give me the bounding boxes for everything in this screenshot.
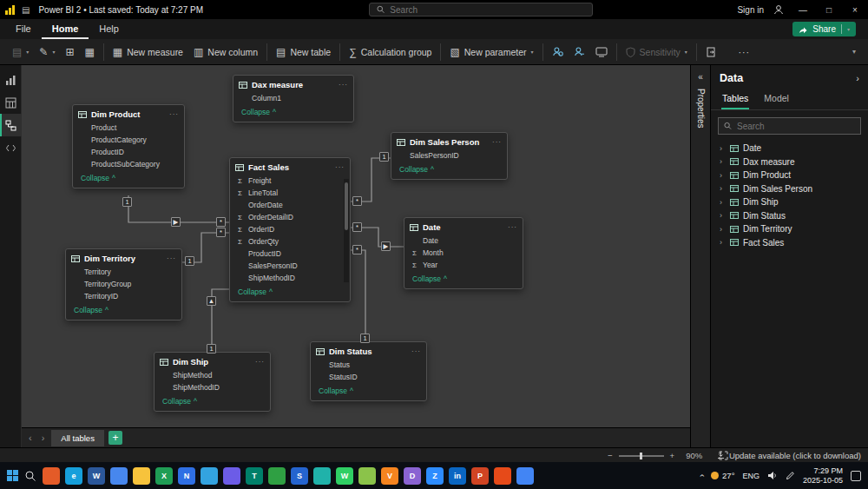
weather-widget[interactable]: 27° — [711, 471, 734, 480]
zoom-level[interactable]: 90% — [686, 451, 702, 460]
new-table-button[interactable]: ▤ New table — [271, 43, 336, 61]
add-layout-button[interactable]: + — [108, 431, 122, 445]
taskbar-app-icon[interactable]: W — [88, 467, 105, 485]
expand-chevron-icon[interactable]: › — [720, 238, 726, 247]
view-as-roles-button[interactable] — [569, 43, 590, 61]
global-search-box[interactable] — [369, 3, 593, 17]
table-field-row[interactable]: OrderDate — [230, 199, 350, 211]
table-field-row[interactable]: ΣYear — [404, 259, 523, 271]
taskbar-app-icon[interactable] — [223, 467, 240, 485]
language-indicator[interactable]: ENG — [742, 472, 760, 480]
taskbar-app-icon[interactable]: S — [291, 467, 308, 485]
model-table-fact-sales[interactable]: Fact Sales ··· ΣFreightΣLineTotalOrderDa… — [229, 157, 351, 302]
zoom-out-button[interactable]: − — [608, 451, 613, 460]
table-view-button[interactable] — [0, 91, 22, 114]
new-measure-button[interactable]: ▦ New measure — [108, 43, 188, 61]
more-options-icon[interactable]: ··· — [169, 110, 179, 118]
new-column-button[interactable]: ▥ New column — [188, 43, 263, 61]
model-table-dim-product[interactable]: Dim Product ··· ProductProductCategoryPr… — [72, 104, 185, 188]
model-table-dim-status[interactable]: Dim Status ··· StatusStatusID Collapse^ — [310, 341, 427, 401]
more-options-icon[interactable]: ··· — [339, 81, 348, 89]
taskbar-app-icon[interactable] — [358, 467, 376, 485]
share-dropdown-caret[interactable]: ▾ — [847, 26, 850, 32]
data-tree-item[interactable]: ›Date — [711, 142, 868, 155]
taskbar-app-icon[interactable]: N — [178, 467, 195, 485]
expand-chevron-icon[interactable]: › — [720, 157, 726, 166]
taskbar-app-icon[interactable] — [133, 467, 150, 485]
model-table-date[interactable]: Date ··· DateΣMonthΣYear Collapse^ — [404, 217, 523, 289]
global-search-input[interactable] — [390, 5, 585, 15]
collapse-link[interactable]: Collapse^ — [311, 383, 426, 400]
taskbar-app-icon[interactable]: W — [336, 467, 353, 485]
maximize-button[interactable]: □ — [816, 0, 842, 19]
table-field-row[interactable]: ShipMethodID — [230, 272, 350, 284]
data-tree-item[interactable]: ›Dax measure — [711, 155, 868, 169]
collapse-link[interactable]: Collapse^ — [73, 170, 184, 188]
paste-button[interactable]: ▤ ▾ — [7, 43, 34, 61]
tabs-back-arrow[interactable]: ‹ — [26, 433, 35, 443]
account-icon[interactable] — [773, 3, 785, 16]
menu-help[interactable]: Help — [89, 19, 129, 39]
more-options-icon[interactable]: ··· — [508, 223, 517, 231]
expand-chevron-icon[interactable]: › — [720, 211, 726, 220]
collapse-link[interactable]: Collapse^ — [66, 302, 181, 320]
pen-icon[interactable] — [786, 471, 795, 480]
table-field-row[interactable]: ΣOrderQty — [230, 235, 350, 248]
more-options-icon[interactable]: ··· — [167, 254, 176, 262]
data-search-box[interactable] — [718, 117, 861, 135]
data-tree-item[interactable]: ›Dim Ship — [711, 195, 868, 209]
table-scrollbar[interactable] — [344, 179, 349, 282]
model-table-dim-territory[interactable]: Dim Territory ··· TerritoryTerritoryGrou… — [65, 248, 182, 320]
table-field-row[interactable]: TerritoryGroup — [66, 278, 181, 290]
tab-tables[interactable]: Tables — [721, 89, 749, 109]
table-field-row[interactable]: Status — [311, 359, 426, 371]
taskbar-app-icon[interactable] — [201, 467, 218, 485]
expand-chevron-icon[interactable]: › — [720, 144, 726, 153]
zoom-in-button[interactable]: + — [670, 451, 675, 460]
table-field-row[interactable]: Territory — [66, 266, 181, 278]
clock-widget[interactable]: 7:29 PM 2025-10-05 — [803, 466, 843, 486]
data-tree-item[interactable]: ›Dim Product — [711, 169, 868, 182]
table-field-row[interactable]: ΣMonth — [404, 247, 523, 259]
more-options-icon[interactable]: ··· — [492, 138, 502, 146]
format-painter-button[interactable]: ✎ ▾ — [34, 43, 60, 61]
close-button[interactable]: × — [842, 0, 868, 19]
new-parameter-button[interactable]: ▧ New parameter ▾ — [444, 43, 538, 61]
taskbar-search-icon[interactable] — [24, 470, 36, 482]
start-button[interactable] — [7, 470, 18, 481]
expand-panel-icon[interactable]: « — [698, 72, 703, 82]
tray-expand-icon[interactable]: › — [697, 474, 707, 477]
menu-file[interactable]: File — [5, 19, 42, 39]
transform-data-button[interactable]: ⊞ — [60, 43, 79, 61]
table-field-row[interactable]: SalesPersonID — [230, 260, 350, 272]
model-diagram-canvas[interactable]: 1▶*1**1*▶*1▲1 Dim Product ··· ProductPro… — [22, 65, 690, 427]
table-field-row[interactable]: ShipMethod — [155, 369, 270, 381]
taskbar-app-icon[interactable]: Z — [426, 467, 444, 485]
manage-roles-button[interactable] — [547, 43, 569, 61]
table-field-row[interactable]: Product — [73, 122, 184, 134]
taskbar-app-icon[interactable]: in — [449, 467, 466, 485]
update-available-link[interactable]: Update available (click to download) — [717, 448, 861, 463]
table-field-row[interactable]: ΣOrderDetailID — [230, 211, 350, 223]
expand-chevron-icon[interactable]: › — [720, 184, 726, 193]
data-search-input[interactable] — [737, 122, 855, 131]
zoom-slider[interactable] — [619, 455, 664, 457]
ribbon-overflow-button[interactable]: ··· — [738, 47, 750, 57]
table-field-row[interactable]: ProductID — [230, 248, 350, 260]
table-field-row[interactable]: ΣOrderID — [230, 223, 350, 235]
manage-relationships-button[interactable]: ▦ — [80, 43, 100, 61]
table-field-row[interactable]: ΣLineTotal — [230, 187, 350, 199]
data-tree-item[interactable]: ›Fact Sales — [711, 236, 868, 250]
taskbar-app-icon[interactable]: P — [471, 467, 489, 485]
calculation-group-button[interactable]: ∑ Calculation group — [344, 43, 437, 61]
menu-home[interactable]: Home — [42, 19, 89, 39]
table-field-row[interactable]: ProductCategory — [73, 134, 184, 146]
taskbar-app-icon[interactable]: D — [404, 467, 421, 485]
model-table-dim-sales-person[interactable]: Dim Sales Person ··· SalesPersonID Colla… — [391, 132, 508, 180]
report-view-button[interactable] — [0, 69, 22, 91]
taskbar-app-icon[interactable]: e — [65, 467, 82, 485]
dax-query-view-button[interactable] — [0, 136, 22, 159]
model-table-dim-ship[interactable]: Dim Ship ··· ShipMethodShipMethodID Coll… — [154, 352, 271, 412]
volume-icon[interactable] — [767, 471, 778, 480]
table-field-row[interactable]: ProductID — [73, 146, 184, 158]
